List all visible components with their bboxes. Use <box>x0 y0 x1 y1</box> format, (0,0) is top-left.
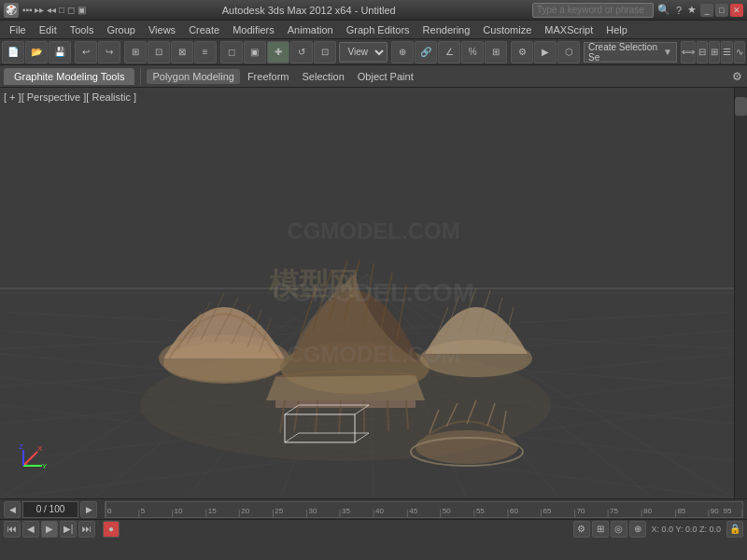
play-btn[interactable]: ▶ <box>41 521 58 538</box>
coord-display: X: 0.0 Y: 0.0 Z: 0.0 <box>648 525 725 534</box>
svg-text:50: 50 <box>443 507 451 515</box>
next-frame-btn[interactable]: ▶| <box>60 521 77 538</box>
ribbon-selection[interactable]: Selection <box>297 69 350 84</box>
redo-button[interactable]: ↪ <box>98 41 120 63</box>
material-btn[interactable]: ⬡ <box>557 41 580 63</box>
menu-edit[interactable]: Edit <box>34 22 63 37</box>
svg-text:90: 90 <box>711 507 719 515</box>
toolbar-group-render: ⚙ ▶ ⬡ <box>511 41 580 63</box>
angle-snap-btn[interactable]: ∠ <box>438 41 460 63</box>
prev-frame-btn[interactable]: ◀ <box>22 521 39 538</box>
app-icons-row: ▪▪▪ ▸▸ ◂◂ □ ◻ ▣ <box>22 5 86 15</box>
settings-icon[interactable]: ⚙ <box>730 70 743 83</box>
svg-text:25: 25 <box>275 507 283 515</box>
menu-maxscript[interactable]: MAXScript <box>539 22 599 37</box>
viewport-scrollbar[interactable] <box>734 88 747 498</box>
reference-dropdown[interactable]: View <box>339 42 388 63</box>
spinner-snap-btn[interactable]: ⊞ <box>485 41 507 63</box>
play-fwd-btn[interactable]: ⏭ <box>78 521 95 538</box>
svg-text:60: 60 <box>510 507 518 515</box>
graphite-title-tab[interactable]: Graphite Modeling Tools <box>4 68 134 85</box>
tb-btn-1[interactable]: ⊞ <box>124 41 147 63</box>
svg-text:80: 80 <box>643 507 652 515</box>
menu-customize[interactable]: Customize <box>477 22 537 37</box>
layer-btn[interactable]: ⊞ <box>709 41 720 63</box>
timeline-next-btn[interactable]: ▶ <box>80 501 97 518</box>
rotate-button[interactable]: ↺ <box>290 41 313 63</box>
ribbon-freeform[interactable]: Freeform <box>242 69 295 84</box>
isolate-btn[interactable]: ◎ <box>611 521 627 538</box>
ribbon-object-paint[interactable]: Object Paint <box>352 69 419 84</box>
menu-views[interactable]: Views <box>143 22 181 37</box>
help-icon[interactable]: ? <box>674 5 684 16</box>
close-button[interactable]: ✕ <box>730 4 743 17</box>
viewport[interactable]: [ + ][ Perspective ][ Realistic ] CGMODE… <box>0 88 747 498</box>
mirror-btn[interactable]: ⟺ <box>681 41 696 63</box>
menu-animation[interactable]: Animation <box>282 22 339 37</box>
new-button[interactable]: 📄 <box>2 41 24 63</box>
menu-group[interactable]: Group <box>101 22 141 37</box>
viewport-grid <box>0 88 747 498</box>
create-selection-dropdown[interactable]: Create Selection Se▼ <box>584 42 677 63</box>
viewport-container: [ + ][ Perspective ][ Realistic ] CGMODE… <box>0 88 747 498</box>
render-setup-btn[interactable]: ⚙ <box>511 41 533 63</box>
select-button[interactable]: ◻ <box>220 41 243 63</box>
menu-modifiers[interactable]: Modifiers <box>227 22 280 37</box>
svg-text:45: 45 <box>409 507 417 515</box>
menu-file[interactable]: File <box>4 22 32 37</box>
coord-btn[interactable]: ⊕ <box>629 521 646 538</box>
percent-snap-btn[interactable]: % <box>461 41 484 63</box>
svg-text:70: 70 <box>577 507 585 515</box>
tb-btn-4[interactable]: ≡ <box>194 41 217 63</box>
curve-btn[interactable]: ∿ <box>734 41 745 63</box>
menu-rendering[interactable]: Rendering <box>417 22 476 37</box>
app-icon: 🎲 <box>4 3 19 18</box>
play-back-btn[interactable]: ⏮ <box>4 521 21 538</box>
menu-tools[interactable]: Tools <box>64 22 100 37</box>
scroll-thumb[interactable] <box>735 97 747 116</box>
menu-graph-editors[interactable]: Graph Editors <box>341 22 416 37</box>
align-btn[interactable]: ⊟ <box>697 41 708 63</box>
menu-bar: File Edit Tools Group Views Create Modif… <box>0 21 747 39</box>
viewport-layout-btn[interactable]: ⊞ <box>592 521 609 538</box>
tb-btn-3[interactable]: ⊠ <box>171 41 193 63</box>
tb-btn-2[interactable]: ⊡ <box>148 41 170 63</box>
ribbon-polygon-modeling[interactable]: Polygon Modeling <box>147 69 239 84</box>
search-icon[interactable]: 🔍 <box>655 4 672 16</box>
svg-text:5: 5 <box>141 507 146 515</box>
record-btn[interactable]: ● <box>103 521 120 538</box>
star-icon[interactable]: ★ <box>685 4 698 16</box>
render-btn[interactable]: ▶ <box>534 41 557 63</box>
timeline: ◀ 0 / 100 ▶ 0 5 10 15 20 25 30 35 40 <box>0 498 747 519</box>
svg-text:20: 20 <box>241 507 249 515</box>
scene-btn[interactable]: ☰ <box>721 41 732 63</box>
undo-button[interactable]: ↩ <box>75 41 97 63</box>
frame-display[interactable]: 0 / 100 <box>22 501 78 518</box>
svg-text:55: 55 <box>476 507 485 515</box>
timeline-slider[interactable]: 0 5 10 15 20 25 30 35 40 45 50 55 60 <box>105 501 743 518</box>
move-button[interactable]: ✚ <box>267 41 289 63</box>
scale-button[interactable]: ⊡ <box>314 41 336 63</box>
maximize-button[interactable]: □ <box>715 4 728 17</box>
toolbar-group-pivot: ⊕ 🔗 ∠ % ⊞ <box>391 41 507 63</box>
bottom-toolbar: ⏮ ◀ ▶ ▶| ⏭ ● ⚙ ⊞ ◎ ⊕ X: 0.0 Y: 0.0 Z: 0.… <box>0 519 747 538</box>
svg-point-61 <box>416 430 518 464</box>
axis-indicator: X Y Z <box>19 442 47 470</box>
open-button[interactable]: 📂 <box>25 41 48 63</box>
svg-text:X: X <box>37 444 43 453</box>
snap-btn[interactable]: 🔗 <box>415 41 437 63</box>
minimize-button[interactable]: _ <box>700 4 713 17</box>
menu-create[interactable]: Create <box>183 22 225 37</box>
title-bar-right: 🔍 ? ★ _ □ ✕ <box>532 3 743 18</box>
timeline-prev-btn[interactable]: ◀ <box>4 501 21 518</box>
region-select-button[interactable]: ▣ <box>244 41 266 63</box>
svg-text:Z: Z <box>19 442 23 451</box>
time-config-btn[interactable]: ⚙ <box>573 521 590 538</box>
menu-help[interactable]: Help <box>600 22 633 37</box>
svg-text:95: 95 <box>724 507 732 515</box>
search-input[interactable] <box>532 3 654 18</box>
save-button[interactable]: 💾 <box>49 41 71 63</box>
pivot-btn[interactable]: ⊕ <box>391 41 414 63</box>
lock-selection-btn[interactable]: 🔒 <box>726 521 743 538</box>
toolbar-separator <box>140 68 141 85</box>
